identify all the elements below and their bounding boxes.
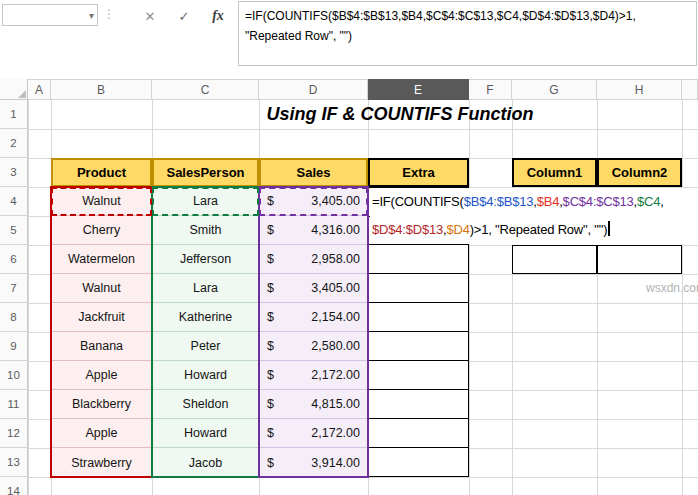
row-header-12[interactable]: 12 [0, 419, 28, 448]
cell-C5[interactable]: Smith [152, 216, 259, 245]
cell-H3-column2-header[interactable]: Column2 [597, 158, 682, 187]
enter-button[interactable]: ✓ [172, 6, 196, 26]
cell-B7[interactable]: Walnut [51, 274, 152, 303]
column-header-B[interactable]: B [51, 79, 152, 100]
cell-B8[interactable]: Jackfruit [51, 303, 152, 332]
cell-B3-product-header[interactable]: Product [51, 158, 152, 187]
cell-B10[interactable]: Apple [51, 361, 152, 390]
formula-segment: $B$4:$B$13 [464, 194, 534, 209]
excel-window: ▾ ⋮ ✕ ✓ fx =IF(COUNTIFS($B$4:$B$13,$B4,$… [0, 0, 698, 495]
cell-C4[interactable]: Lara [152, 187, 259, 216]
row-header-10[interactable]: 10 [0, 361, 28, 390]
cell-B13[interactable]: Strawberry [51, 448, 152, 477]
cell-E9[interactable] [369, 332, 468, 361]
cell-B9[interactable]: Banana [51, 332, 152, 361]
cell-E11[interactable] [369, 390, 468, 419]
cell-E12[interactable] [369, 419, 468, 448]
insert-function-button[interactable]: fx [206, 6, 230, 26]
cell-D13[interactable]: $3,914.00 [259, 448, 368, 477]
cell-C13[interactable]: Jacob [152, 448, 259, 477]
sales-value: 4,815.00 [311, 397, 360, 411]
cell-D7[interactable]: $3,405.00 [259, 274, 368, 303]
select-all-button[interactable] [0, 79, 28, 100]
row-header-2[interactable]: 2 [0, 129, 28, 158]
cell-B5[interactable]: Cherry [51, 216, 152, 245]
gridline-vertical [469, 100, 470, 495]
gridline-horizontal [28, 477, 698, 478]
formula-input[interactable]: =IF(COUNTIFS($B$4:$B$13,$B4,$C$4:$C$13,$… [238, 1, 697, 66]
sales-value: 2,580.00 [311, 339, 360, 353]
formula-segment: )>1, "Repeated Row", "") [470, 222, 608, 237]
cell-C9[interactable]: Peter [152, 332, 259, 361]
cell-E3-extra-header[interactable]: Extra [368, 158, 469, 187]
cell-formula-line1: =IF(COUNTIFS($B$4:$B$13,$B4,$C$4:$C$13,$… [370, 188, 698, 216]
sales-value: 4,316.00 [311, 223, 360, 237]
cell-B12[interactable]: Apple [51, 419, 152, 448]
cell-formula-editor[interactable]: =IF(COUNTIFS($B$4:$B$13,$B4,$C$4:$C$13,$… [370, 188, 698, 244]
formula-segment: =IF(COUNTIFS( [372, 194, 464, 209]
cell-D3-sales-header[interactable]: Sales [259, 158, 368, 187]
cell-D10[interactable]: $2,172.00 [259, 361, 368, 390]
row-header-3[interactable]: 3 [0, 158, 28, 187]
cell-B4[interactable]: Walnut [51, 187, 152, 216]
column-header-C[interactable]: C [152, 79, 259, 100]
cell-C8[interactable]: Katherine [152, 303, 259, 332]
sales-value: 3,914.00 [311, 456, 360, 470]
cell-C12[interactable]: Howard [152, 419, 259, 448]
cell-D12[interactable]: $2,172.00 [259, 419, 368, 448]
cell-C10[interactable]: Howard [152, 361, 259, 390]
column-header-partial[interactable] [682, 79, 698, 100]
row-header-5[interactable]: 5 [0, 216, 28, 245]
cell-D4[interactable]: $3,405.00 [259, 187, 368, 216]
worksheet-title: Using IF & COUNTIFS Function [120, 100, 680, 129]
cell-D9[interactable]: $2,580.00 [259, 332, 368, 361]
currency-symbol: $ [267, 223, 274, 237]
cell-E13[interactable] [369, 448, 468, 477]
cell-E8[interactable] [369, 303, 468, 332]
column-header-E[interactable]: E [368, 79, 469, 100]
formula-segment: $D$4:$D$13 [372, 222, 443, 237]
row-header-7[interactable]: 7 [0, 274, 28, 303]
row-header-14[interactable]: 14 [0, 477, 28, 495]
cell-B6[interactable]: Watermelon [51, 245, 152, 274]
column-header-H[interactable]: H [597, 79, 682, 100]
cell-E6[interactable] [369, 245, 468, 274]
name-box[interactable]: ▾ [2, 4, 98, 26]
cell-C6[interactable]: Jefferson [152, 245, 259, 274]
row-header-1[interactable]: 1 [0, 100, 28, 129]
cell-D11[interactable]: $4,815.00 [259, 390, 368, 419]
row-header-11[interactable]: 11 [0, 390, 28, 419]
cell-C3-salesperson-header[interactable]: SalesPerson [152, 158, 259, 187]
cell-D8[interactable]: $2,154.00 [259, 303, 368, 332]
row-header-9[interactable]: 9 [0, 332, 28, 361]
cell-D5[interactable]: $4,316.00 [259, 216, 368, 245]
column-header-G[interactable]: G [512, 79, 597, 100]
formula-segment: $D4 [446, 222, 469, 237]
cell-H6[interactable] [597, 245, 682, 274]
formula-bar-line1: =IF(COUNTIFS($B$4:$B$13,$B4,$C$4:$C$13,$… [245, 6, 690, 26]
cancel-button[interactable]: ✕ [138, 6, 162, 26]
currency-symbol: $ [267, 426, 274, 440]
row-header-8[interactable]: 8 [0, 303, 28, 332]
column-header-A[interactable]: A [28, 79, 51, 100]
cell-D6[interactable]: $2,958.00 [259, 245, 368, 274]
chevron-down-icon[interactable]: ▾ [89, 10, 94, 21]
cell-G3-column1-header[interactable]: Column1 [512, 158, 597, 187]
column-header-F[interactable]: F [469, 79, 512, 100]
cell-C7[interactable]: Lara [152, 274, 259, 303]
cell-E10[interactable] [369, 361, 468, 390]
cell-G6[interactable] [512, 245, 597, 274]
cell-B11[interactable]: Blackberry [51, 390, 152, 419]
currency-symbol: $ [267, 368, 274, 382]
cell-formula-line2: $D$4:$D$13,$D4)>1, "Repeated Row", "") [370, 216, 698, 244]
row-header-6[interactable]: 6 [0, 245, 28, 274]
row-header-4[interactable]: 4 [0, 187, 28, 216]
cell-E7[interactable] [369, 274, 468, 303]
gridline-vertical [28, 100, 29, 495]
column-header-D[interactable]: D [259, 79, 368, 100]
currency-symbol: $ [267, 281, 274, 295]
currency-symbol: $ [267, 339, 274, 353]
formula-segment: , [660, 194, 663, 209]
cell-C11[interactable]: Sheldon [152, 390, 259, 419]
row-header-13[interactable]: 13 [0, 448, 28, 477]
